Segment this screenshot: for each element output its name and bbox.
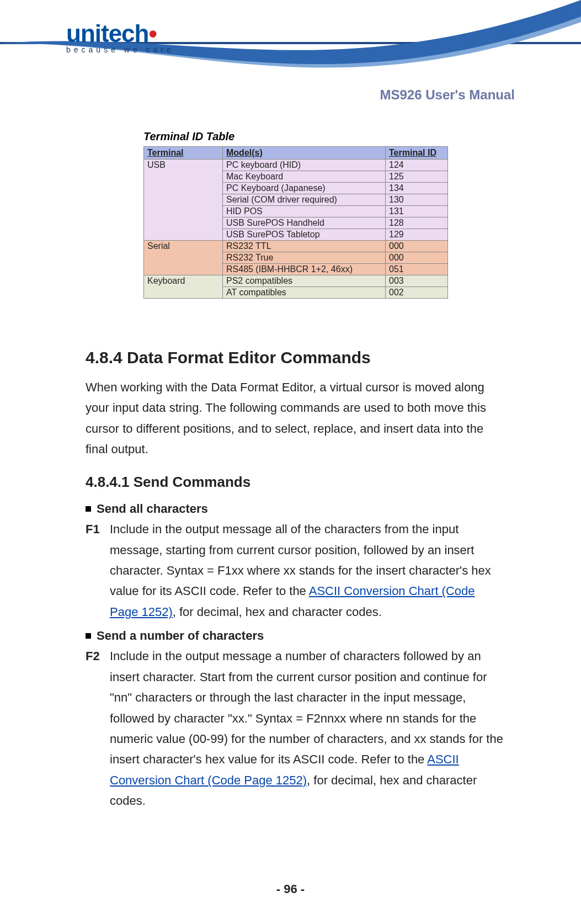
cell-model: PC keyboard (HID) — [223, 160, 386, 171]
main-content: 4.8.4 Data Format Editor Commands When w… — [86, 343, 505, 815]
cell-terminal: USB — [144, 160, 223, 241]
f2-label: F2 — [86, 646, 110, 811]
cell-terminal-id: 051 — [386, 264, 448, 275]
table-row: USBPC keyboard (HID)124 — [144, 160, 448, 171]
terminal-id-table: Terminal Model(s) Terminal ID USBPC keyb… — [143, 146, 448, 299]
bullet-square-icon — [86, 506, 91, 512]
brand-dot-icon: • — [148, 20, 156, 47]
cell-terminal-id: 129 — [386, 229, 448, 241]
cell-model: HID POS — [223, 206, 386, 217]
bullet-square-icon — [86, 633, 91, 639]
table-header-row: Terminal Model(s) Terminal ID — [144, 147, 448, 160]
cell-terminal-id: 000 — [386, 241, 448, 252]
brand-name: unitech• — [66, 20, 174, 47]
document-title: MS926 User's Manual — [380, 87, 515, 103]
cell-model: Mac Keyboard — [223, 171, 386, 183]
f1-body: Include in the output message all of the… — [110, 519, 505, 622]
f1-text-post: , for decimal, hex and character codes. — [173, 605, 382, 619]
table-row: SerialRS232 TTL000 — [144, 241, 448, 252]
cell-model: RS485 (IBM-HHBCR 1+2, 46xx) — [223, 264, 386, 275]
bullet-title-1: Send all characters — [97, 498, 208, 519]
cell-terminal-id: 125 — [386, 171, 448, 183]
page: unitech• because we care MS926 User's Ma… — [0, 0, 581, 924]
cell-model: PS2 compatibles — [223, 275, 386, 287]
cell-model: PC Keyboard (Japanese) — [223, 183, 386, 194]
cell-terminal: Keyboard — [144, 275, 223, 299]
cell-terminal-id: 000 — [386, 252, 448, 264]
section-heading: 4.8.4 Data Format Editor Commands — [86, 343, 505, 371]
bullet-send-number: Send a number of characters — [86, 625, 505, 646]
cell-terminal-id: 128 — [386, 217, 448, 229]
table-body: USBPC keyboard (HID)124Mac Keyboard125PC… — [144, 160, 448, 299]
th-models: Model(s) — [223, 147, 386, 160]
cell-terminal-id: 003 — [386, 275, 448, 287]
brand-text: unitech — [66, 20, 148, 47]
th-terminal-id: Terminal ID — [386, 147, 448, 160]
brand-logo: unitech• because we care — [66, 20, 174, 54]
figure-title: Terminal ID Table — [143, 130, 448, 143]
cell-terminal-id: 134 — [386, 183, 448, 194]
brand-tagline: because we care — [66, 45, 174, 54]
cell-terminal-id: 002 — [386, 287, 448, 299]
section-intro: When working with the Data Format Editor… — [86, 377, 505, 460]
cell-model: RS232 TTL — [223, 241, 386, 252]
cell-model: AT compatibles — [223, 287, 386, 299]
page-header: unitech• because we care MS926 User's Ma… — [0, 0, 581, 99]
cell-model: RS232 True — [223, 252, 386, 264]
sub-heading: 4.8.4.1 Send Commands — [86, 470, 505, 494]
f2-text-pre: Include in the output message a number o… — [110, 649, 503, 766]
terminal-id-table-figure: Terminal ID Table Terminal Model(s) Term… — [143, 130, 448, 299]
page-number: - 96 - — [0, 882, 581, 896]
cell-model: USB SurePOS Tabletop — [223, 229, 386, 241]
bullet-send-all: Send all characters — [86, 498, 505, 519]
cell-model: Serial (COM driver required) — [223, 194, 386, 206]
command-f1: F1 Include in the output message all of … — [86, 519, 505, 622]
cell-terminal-id: 131 — [386, 206, 448, 217]
f1-label: F1 — [86, 519, 110, 622]
cell-terminal: Serial — [144, 241, 223, 275]
cell-terminal-id: 124 — [386, 160, 448, 171]
th-terminal: Terminal — [144, 147, 223, 160]
bullet-title-2: Send a number of characters — [97, 625, 264, 646]
command-f2: F2 Include in the output message a numbe… — [86, 646, 505, 811]
cell-terminal-id: 130 — [386, 194, 448, 206]
cell-model: USB SurePOS Handheld — [223, 217, 386, 229]
f2-body: Include in the output message a number o… — [110, 646, 505, 811]
table-row: KeyboardPS2 compatibles003 — [144, 275, 448, 287]
